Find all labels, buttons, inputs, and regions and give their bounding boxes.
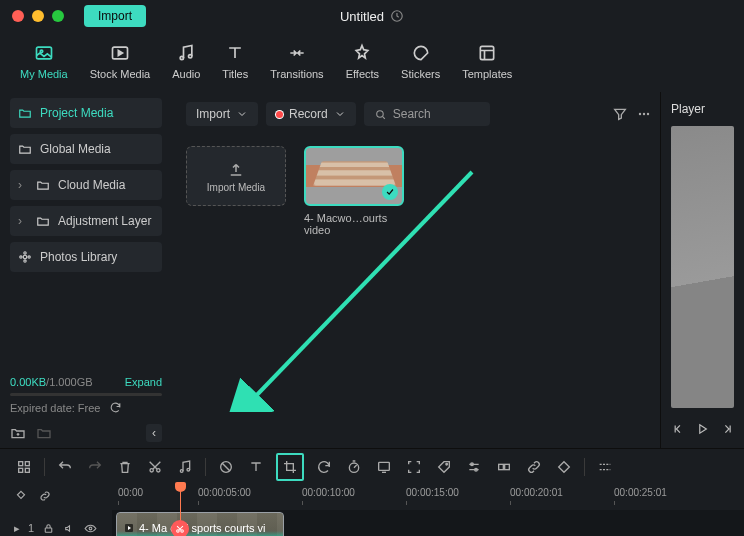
video-track-head[interactable]: ▸ 1 (0, 522, 112, 535)
next-frame-icon[interactable] (720, 420, 734, 438)
sidebar-item-cloud-media[interactable]: › Cloud Media (10, 170, 162, 200)
screen-tool[interactable] (374, 457, 394, 477)
svg-point-12 (376, 110, 383, 117)
focus-tool[interactable] (404, 457, 424, 477)
keyframe-tool[interactable] (554, 457, 574, 477)
svg-rect-35 (45, 527, 52, 531)
record-dot-icon (276, 111, 283, 118)
stickers-icon (410, 42, 432, 64)
titles-icon (224, 42, 246, 64)
player-viewport[interactable] (671, 126, 734, 408)
tab-templates[interactable]: Templates (456, 38, 518, 84)
upload-icon (227, 160, 245, 178)
svg-rect-6 (481, 46, 494, 59)
import-media-tile[interactable]: Import Media (186, 146, 286, 236)
svg-point-15 (647, 113, 649, 115)
marker-icon[interactable] (14, 489, 28, 503)
folder-icon (36, 178, 50, 192)
speed-tool[interactable] (344, 457, 364, 477)
tab-effects[interactable]: Effects (340, 38, 385, 84)
player-title: Player (671, 102, 734, 116)
layout-tool[interactable] (14, 457, 34, 477)
track-tool[interactable] (595, 457, 615, 477)
cut-tool[interactable] (145, 457, 165, 477)
folder-icon (18, 142, 32, 156)
lock-icon[interactable] (42, 522, 55, 535)
video-track-icon: ▸ (14, 522, 20, 535)
stock-media-icon (109, 42, 131, 64)
svg-point-7 (23, 255, 27, 259)
storage-readout: 0.00KB/1.000GB Expand (10, 376, 162, 388)
eye-icon[interactable] (84, 522, 97, 535)
svg-point-22 (157, 468, 160, 471)
history-icon (390, 9, 404, 23)
rotate-tool[interactable] (314, 457, 334, 477)
folder-icon[interactable] (36, 425, 52, 441)
tab-audio[interactable]: Audio (166, 38, 206, 84)
undo-tool[interactable] (55, 457, 75, 477)
import-dropdown[interactable]: Import (186, 102, 258, 126)
adjust-tool[interactable] (464, 457, 484, 477)
more-icon[interactable] (636, 106, 652, 122)
audio-icon (175, 42, 197, 64)
record-dropdown[interactable]: Record (266, 102, 356, 126)
redo-tool[interactable] (85, 457, 105, 477)
svg-rect-31 (499, 464, 504, 469)
delete-tool[interactable] (115, 457, 135, 477)
import-button[interactable]: Import (84, 5, 146, 27)
sidebar-item-photos-library[interactable]: Photos Library (10, 242, 162, 272)
window-close[interactable] (12, 10, 24, 22)
playhead[interactable] (180, 484, 181, 536)
ruler-tick: 00:00:15:00 (406, 487, 459, 498)
svg-point-24 (187, 468, 190, 471)
tab-transitions[interactable]: Transitions (264, 38, 329, 84)
tab-my-media[interactable]: My Media (14, 38, 74, 84)
separator (205, 458, 206, 476)
mute-icon[interactable] (63, 522, 76, 535)
svg-point-21 (150, 468, 153, 471)
timeline-clip[interactable]: 4- Ma ood sports courts vi (116, 512, 284, 536)
play-icon[interactable] (695, 420, 709, 438)
svg-rect-17 (19, 461, 23, 465)
timeline-ruler[interactable]: 00:00 00:00:05:00 00:00:10:00 00:00:15:0… (112, 484, 744, 508)
prev-frame-icon[interactable] (671, 420, 685, 438)
expand-link[interactable]: Expand (125, 376, 162, 388)
document-title: Untitled (340, 9, 404, 24)
group-tool[interactable] (494, 457, 514, 477)
tab-stickers[interactable]: Stickers (395, 38, 446, 84)
svg-point-36 (89, 527, 92, 530)
sidebar-item-project-media[interactable]: Project Media (10, 98, 162, 128)
chain-icon[interactable] (38, 489, 52, 503)
folder-icon (36, 214, 50, 228)
window-minimize[interactable] (32, 10, 44, 22)
filter-icon[interactable] (612, 106, 628, 122)
sidebar-item-adjustment-layer[interactable]: › Adjustment Layer (10, 206, 162, 236)
svg-rect-19 (19, 468, 23, 472)
flower-icon (18, 250, 32, 264)
svg-point-13 (639, 113, 641, 115)
crop-tool[interactable] (276, 453, 304, 481)
refresh-icon[interactable] (109, 401, 122, 414)
media-clip-tile[interactable]: 4- Macwo…ourts video (304, 146, 404, 236)
cut-marker-icon[interactable] (171, 520, 189, 536)
tab-stock-media[interactable]: Stock Media (84, 38, 157, 84)
clip-label-text: 4- Ma ood sports courts vi (139, 522, 266, 534)
svg-point-26 (349, 463, 358, 472)
sidebar-item-global-media[interactable]: Global Media (10, 134, 162, 164)
link-tool[interactable] (524, 457, 544, 477)
svg-point-5 (189, 55, 192, 58)
search-input[interactable]: Search (364, 102, 490, 126)
tab-titles[interactable]: Titles (216, 38, 254, 84)
svg-point-2 (40, 50, 43, 53)
mask-tool[interactable] (216, 457, 236, 477)
templates-icon (476, 42, 498, 64)
clip-play-icon (123, 522, 135, 534)
music-tool[interactable] (175, 457, 195, 477)
new-folder-icon[interactable] (10, 425, 26, 441)
window-zoom[interactable] (52, 10, 64, 22)
media-clip-label: 4- Macwo…ourts video (304, 212, 404, 236)
svg-point-11 (28, 256, 30, 258)
text-tool[interactable] (246, 457, 266, 477)
collapse-sidebar-button[interactable]: ‹ (146, 424, 162, 442)
tag-tool[interactable] (434, 457, 454, 477)
